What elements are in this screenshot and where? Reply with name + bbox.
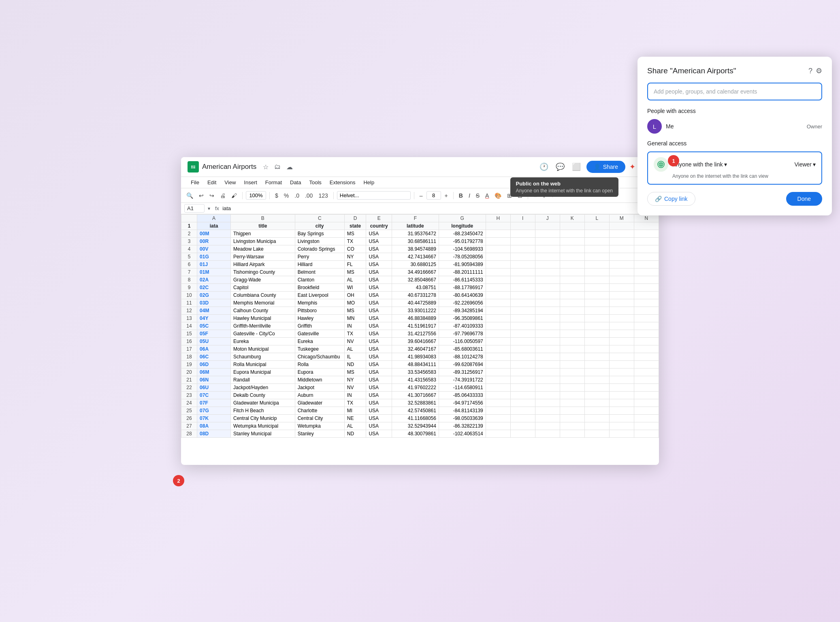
cell[interactable] [510,307,535,315]
cell[interactable]: USA [366,369,392,376]
cell[interactable]: USA [366,392,392,399]
cell[interactable]: Tuskegee [295,345,344,353]
font-size-minus[interactable]: – [418,191,425,200]
cell[interactable]: 06D [197,361,231,369]
cell[interactable] [486,230,510,238]
cell[interactable] [510,384,535,392]
cell[interactable]: 07C [197,392,231,399]
cell[interactable]: -84.81143139 [439,407,486,415]
cell[interactable] [609,384,634,392]
cell[interactable] [609,268,634,276]
cell[interactable] [609,345,634,353]
cell[interactable] [560,399,584,407]
cell[interactable] [535,261,560,268]
cell[interactable] [535,284,560,292]
cell[interactable]: -114.6580911 [439,384,486,392]
cell[interactable]: NV [344,384,366,392]
cell[interactable]: 06N [197,376,231,384]
cell[interactable]: IL [344,353,366,361]
cell[interactable] [584,407,609,415]
cell[interactable]: NV [344,338,366,345]
cell[interactable] [535,268,560,276]
cell[interactable]: Hawley Municipal [231,315,295,322]
cell[interactable] [560,369,584,376]
cell[interactable]: 31.95376472 [392,230,439,238]
cell[interactable]: USA [366,384,392,392]
cell[interactable]: USA [366,376,392,384]
table-row[interactable]: 200MThigpenBay SpringsMSUSA31.95376472-8… [181,230,659,238]
col-j-header[interactable]: J [535,215,560,222]
cell[interactable] [535,399,560,407]
cell[interactable] [584,322,609,330]
table-row[interactable]: 400VMeadow LakeColorado SpringsCOUSA38.9… [181,245,659,253]
cell[interactable] [634,268,659,276]
cell[interactable] [486,338,510,345]
chat-icon[interactable]: 💬 [554,161,566,173]
row-number[interactable]: 16 [181,338,197,345]
undo-icon[interactable]: ↩ [197,191,206,200]
cell[interactable]: Rolla [295,361,344,369]
cell[interactable]: Livingston [295,238,344,245]
cell[interactable] [584,422,609,430]
row-number[interactable]: 17 [181,345,197,353]
cell[interactable] [609,353,634,361]
cell[interactable]: -97.79696778 [439,330,486,338]
cell[interactable]: -89.31256917 [439,369,486,376]
cell[interactable]: 41.51961917 [392,322,439,330]
cell[interactable]: 07F [197,399,231,407]
row-number[interactable]: 6 [181,261,197,268]
cell[interactable]: -116.0050597 [439,338,486,345]
cell[interactable]: USA [366,345,392,353]
cell[interactable] [535,330,560,338]
cell[interactable]: Schaumburg [231,353,295,361]
cell[interactable]: 32.46047167 [392,345,439,353]
cell[interactable] [584,353,609,361]
copy-link-button[interactable]: 🔗 Copy link [647,192,695,206]
cell[interactable] [510,415,535,422]
cell[interactable] [486,392,510,399]
cell[interactable] [486,361,510,369]
table-row[interactable]: 501GPerry-WarsawPerryNYUSA42.74134667-78… [181,253,659,261]
cell[interactable] [510,345,535,353]
history-icon[interactable]: 🕐 [538,161,550,173]
cell[interactable]: ND [344,361,366,369]
cell[interactable] [584,268,609,276]
cell[interactable]: 06U [197,384,231,392]
cell[interactable]: Colorado Springs [295,245,344,253]
cell[interactable]: Hilliard [295,261,344,268]
cell[interactable]: -95.01792778 [439,238,486,245]
cell[interactable] [560,268,584,276]
cell[interactable] [510,276,535,284]
cell[interactable]: 40.44725889 [392,299,439,307]
cell[interactable]: USA [366,307,392,315]
cell[interactable] [609,245,634,253]
cell[interactable]: Gladewater Municipa [231,399,295,407]
cell[interactable] [560,422,584,430]
cell[interactable]: USA [366,253,392,261]
cell[interactable] [609,253,634,261]
cell[interactable] [634,253,659,261]
cell[interactable] [486,345,510,353]
cell[interactable] [535,299,560,307]
menu-tools[interactable]: Tools [306,178,324,187]
decimal-dec-btn[interactable]: .0 [292,191,301,200]
cell[interactable]: Memphis Memorial [231,299,295,307]
expand-icon[interactable]: ▾ [208,206,210,211]
menu-help[interactable]: Help [360,178,377,187]
cell[interactable] [609,369,634,376]
cell[interactable] [486,268,510,276]
cell[interactable]: Meadow Lake [231,245,295,253]
cell[interactable]: Wetumpka Municipal [231,422,295,430]
cell[interactable]: -88.10124278 [439,353,486,361]
share-people-input[interactable] [647,83,822,100]
cell[interactable] [486,430,510,438]
table-row[interactable]: 1304YHawley MunicipalHawleyMNUSA46.88384… [181,315,659,322]
col-d-header[interactable]: D [344,215,366,222]
cell[interactable]: USA [366,261,392,268]
cell[interactable] [634,261,659,268]
cell[interactable]: Perry-Warsaw [231,253,295,261]
cell[interactable]: Middletown [295,376,344,384]
col-n-header[interactable]: N [634,215,659,222]
cell[interactable] [634,245,659,253]
cell[interactable]: Moton Municipal [231,345,295,353]
